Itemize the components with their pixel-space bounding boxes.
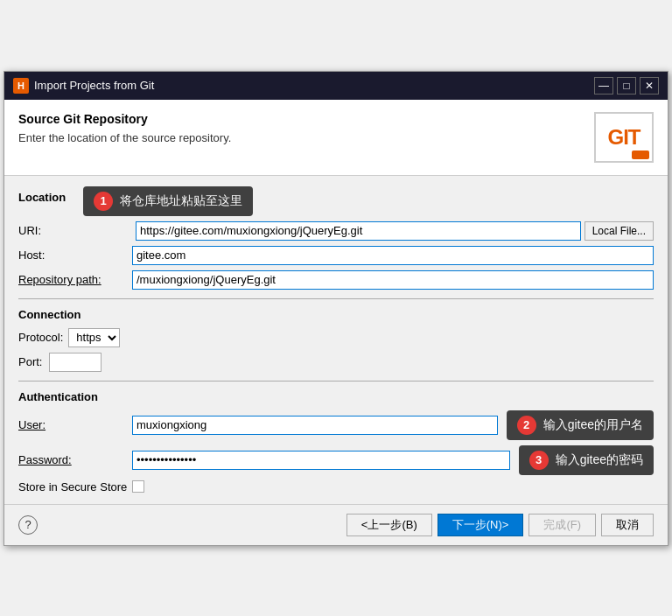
location-section: Location 1 将仓库地址粘贴至这里 URI: Local File...… [18,186,654,290]
annotation-bubble-2: 2 输入gitee的用户名 [507,410,654,440]
protocol-label: Protocol: [18,331,63,344]
port-row: Port: [18,353,654,372]
repo-path-label: Repository path: [18,273,132,286]
user-annotation-row: User: 2 输入gitee的用户名 [18,410,654,440]
annotation-circle-3: 3 [529,451,549,470]
store-checkbox[interactable] [132,480,144,493]
footer-right: <上一步(B) 下一步(N)> 完成(F) 取消 [346,514,654,536]
header-text: Source Git Repository Enter the location… [18,112,231,144]
git-logo: GIT [594,112,654,163]
host-label: Host: [18,248,132,262]
authentication-label: Authentication [18,390,654,403]
titlebar-buttons: — □ ✕ [594,77,659,94]
password-label: Password: [18,453,132,466]
git-logo-decoration [632,150,649,159]
header-section: Source Git Repository Enter the location… [4,100,668,176]
repo-path-input[interactable] [132,270,654,290]
authentication-section: Authentication User: 2 输入gitee的用户名 Passw… [18,390,654,494]
close-button[interactable]: ✕ [640,77,659,94]
annotation-circle-2: 2 [517,416,536,435]
section-heading: Source Git Repository [18,112,231,126]
connection-label: Connection [18,308,654,321]
annotation-text-3: 输入gitee的密码 [556,452,643,468]
protocol-select[interactable]: https http git ssh [68,328,120,347]
annotation-circle-1: 1 [94,192,113,211]
app-icon: H [13,78,29,94]
separator-2 [18,381,654,382]
annotation-bubble-3: 3 输入gitee的密码 [519,445,654,475]
connection-section: Connection Protocol: https http git ssh … [18,308,654,372]
local-file-button[interactable]: Local File... [584,221,654,241]
user-input[interactable] [132,416,498,435]
repo-path-row: Repository path: [18,270,654,290]
titlebar-left: H Import Projects from Git [13,78,154,94]
next-button[interactable]: 下一步(N)> [438,514,524,536]
port-label: Port: [18,355,42,368]
host-row: Host: [18,246,654,265]
git-logo-text: GIT [608,125,640,150]
section-description: Enter the location of the source reposit… [18,131,231,144]
store-row: Store in Secure Store [18,480,654,494]
location-label: Location [18,191,66,204]
store-label: Store in Secure Store [18,480,127,494]
uri-label: URI: [18,224,132,237]
port-input[interactable] [49,353,102,372]
titlebar-title: Import Projects from Git [34,79,154,92]
uri-row: URI: Local File... [18,221,654,241]
password-annotation-row: Password: 3 输入gitee的密码 [18,445,654,475]
maximize-button[interactable]: □ [617,77,636,94]
minimize-button[interactable]: — [594,77,613,94]
dialog: H Import Projects from Git — □ ✕ Source … [4,71,668,546]
back-button[interactable]: <上一步(B) [346,514,432,536]
help-button[interactable]: ? [18,515,38,535]
cancel-button[interactable]: 取消 [601,514,654,536]
annotation-text-2: 输入gitee的用户名 [543,417,643,433]
footer: ? <上一步(B) 下一步(N)> 完成(F) 取消 [4,504,668,545]
uri-input[interactable] [136,221,581,241]
annotation-text-1: 将仓库地址粘贴至这里 [120,193,242,209]
host-input[interactable] [132,246,654,265]
finish-button[interactable]: 完成(F) [528,514,596,536]
protocol-row: Protocol: https http git ssh [18,328,654,347]
annotation-bubble-1: 1 将仓库地址粘贴至这里 [83,186,253,216]
titlebar: H Import Projects from Git — □ ✕ [4,72,668,100]
separator-1 [18,298,654,299]
footer-left: ? [18,515,38,535]
content-area: Location 1 将仓库地址粘贴至这里 URI: Local File...… [4,176,668,504]
user-label: User: [18,418,132,431]
password-input[interactable] [132,451,510,470]
